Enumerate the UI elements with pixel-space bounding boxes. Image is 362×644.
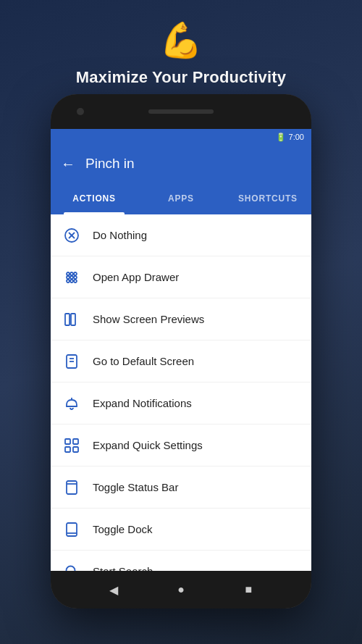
svg-rect-19: [73, 439, 78, 444]
nav-back-button[interactable]: ◀: [106, 582, 122, 598]
x-circle-icon: [62, 226, 81, 245]
status-bar: 🔋 7:00: [51, 129, 311, 145]
list-item-label-do-nothing: Do Nothing: [93, 229, 147, 241]
camera-dot: [77, 108, 84, 115]
list-item-go-to-default-screen[interactable]: Go to Default Screen: [51, 340, 311, 382]
grid-icon: [62, 268, 81, 287]
list-item-open-app-drawer[interactable]: Open App Drawer: [51, 256, 311, 298]
list-item-expand-quick-settings[interactable]: Expand Quick Settings: [51, 425, 311, 467]
top-section: 💪 Maximize Your Productivity: [76, 0, 286, 87]
panels-icon: [62, 310, 81, 329]
tab-shortcuts[interactable]: SHORTCUTS: [224, 183, 311, 214]
nav-home-button[interactable]: ●: [173, 582, 189, 598]
svg-point-5: [74, 272, 77, 275]
list-area: Do Nothing Open App Drawer: [51, 214, 311, 571]
list-item-do-nothing[interactable]: Do Nothing: [51, 214, 311, 256]
list-item-toggle-status-bar[interactable]: Toggle Status Bar: [51, 467, 311, 509]
speaker-bar: [148, 109, 214, 114]
phone-top-icon: [62, 478, 81, 497]
phone-frame: 🔋 7:00 ← Pinch in ACTIONS APPS SHORTCUTS: [51, 94, 311, 609]
svg-point-9: [67, 280, 70, 283]
list-item-toggle-dock[interactable]: Toggle Dock: [51, 509, 311, 551]
headline: Maximize Your Productivity: [76, 68, 286, 87]
quick-settings-icon: [62, 436, 81, 455]
search-icon: [62, 562, 81, 572]
time-display: 7:00: [289, 133, 304, 141]
nav-recent-button[interactable]: ■: [240, 582, 256, 598]
svg-point-7: [70, 276, 73, 279]
svg-point-11: [74, 280, 77, 283]
tab-actions[interactable]: ACTIONS: [51, 183, 138, 214]
phone-screen: 🔋 7:00 ← Pinch in ACTIONS APPS SHORTCUTS: [51, 129, 311, 571]
list-item-show-screen-previews[interactable]: Show Screen Previews: [51, 298, 311, 340]
app-bar: ← Pinch in: [51, 145, 311, 183]
list-item-label-expand-quick-settings: Expand Quick Settings: [93, 439, 203, 451]
back-button[interactable]: ←: [61, 156, 75, 172]
bell-icon: [62, 394, 81, 413]
phone-top-bezel: [51, 94, 311, 129]
tabs-bar: ACTIONS APPS SHORTCUTS: [51, 183, 311, 214]
tab-apps[interactable]: APPS: [138, 183, 224, 214]
svg-rect-20: [65, 447, 70, 452]
svg-rect-21: [73, 447, 78, 452]
svg-rect-12: [65, 314, 70, 325]
phone-bottom-bezel: ◀ ● ■: [51, 571, 311, 609]
svg-rect-22: [67, 481, 77, 494]
svg-rect-24: [67, 523, 77, 536]
svg-point-4: [70, 272, 73, 275]
svg-point-10: [70, 280, 73, 283]
battery-icon: 🔋: [276, 133, 286, 142]
list-item-label-go-to-default-screen: Go to Default Screen: [93, 355, 194, 367]
svg-point-3: [67, 272, 70, 275]
svg-point-8: [74, 276, 77, 279]
svg-point-26: [67, 566, 75, 571]
list-item-label-show-screen-previews: Show Screen Previews: [93, 313, 204, 325]
home-screen-icon: [62, 352, 81, 371]
list-item-label-expand-notifications: Expand Notifications: [93, 397, 192, 409]
phone-bottom-icon: [62, 520, 81, 539]
list-item-label-toggle-status-bar: Toggle Status Bar: [93, 481, 178, 493]
list-item-start-search[interactable]: Start Search: [51, 551, 311, 571]
list-item-expand-notifications[interactable]: Expand Notifications: [51, 382, 311, 425]
status-right: 🔋 7:00: [276, 133, 304, 142]
list-item-label-open-app-drawer: Open App Drawer: [93, 271, 179, 283]
svg-rect-13: [71, 314, 75, 325]
svg-rect-18: [65, 439, 70, 444]
muscle-emoji: 💪: [159, 20, 203, 61]
list-item-label-toggle-dock: Toggle Dock: [93, 523, 153, 535]
app-bar-title: Pinch in: [85, 156, 135, 172]
svg-point-6: [67, 276, 70, 279]
list-item-label-start-search: Start Search: [93, 565, 153, 571]
